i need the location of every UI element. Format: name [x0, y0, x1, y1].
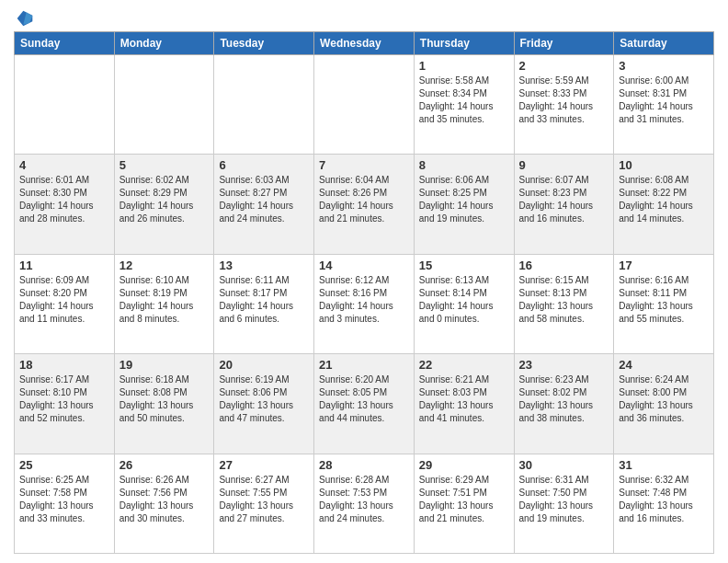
calendar-cell: 21Sunrise: 6:20 AM Sunset: 8:05 PM Dayli… — [314, 354, 415, 454]
day-info: Sunrise: 6:17 AM Sunset: 8:10 PM Dayligh… — [19, 373, 109, 425]
day-number: 17 — [619, 259, 709, 272]
day-info: Sunrise: 6:03 AM Sunset: 8:27 PM Dayligh… — [219, 174, 309, 225]
day-info: Sunrise: 6:02 AM Sunset: 8:29 PM Dayligh… — [119, 174, 210, 225]
logo-icon — [16, 9, 34, 28]
calendar-cell: 13Sunrise: 6:11 AM Sunset: 8:17 PM Dayli… — [214, 254, 314, 353]
calendar-cell: 16Sunrise: 6:15 AM Sunset: 8:13 PM Dayli… — [514, 254, 614, 353]
calendar-cell: 1Sunrise: 5:58 AM Sunset: 8:34 PM Daylig… — [414, 55, 514, 155]
calendar-header-monday: Monday — [114, 32, 214, 55]
day-info: Sunrise: 6:12 AM Sunset: 8:16 PM Dayligh… — [319, 274, 409, 326]
calendar-header-tuesday: Tuesday — [214, 32, 314, 55]
day-info: Sunrise: 6:11 AM Sunset: 8:17 PM Dayligh… — [219, 274, 309, 326]
week-row-3: 11Sunrise: 6:09 AM Sunset: 8:20 PM Dayli… — [15, 254, 714, 353]
calendar-cell — [314, 55, 415, 155]
day-number: 25 — [19, 458, 109, 472]
calendar-cell: 22Sunrise: 6:21 AM Sunset: 8:03 PM Dayli… — [414, 354, 514, 454]
header — [14, 9, 714, 24]
calendar-cell: 29Sunrise: 6:29 AM Sunset: 7:51 PM Dayli… — [414, 454, 514, 553]
week-row-2: 4Sunrise: 6:01 AM Sunset: 8:30 PM Daylig… — [15, 155, 714, 254]
calendar-cell: 8Sunrise: 6:06 AM Sunset: 8:25 PM Daylig… — [414, 155, 514, 254]
week-row-5: 25Sunrise: 6:25 AM Sunset: 7:58 PM Dayli… — [15, 454, 714, 553]
day-number: 24 — [619, 358, 709, 372]
day-info: Sunrise: 6:32 AM Sunset: 7:48 PM Dayligh… — [619, 474, 709, 525]
day-number: 30 — [519, 458, 609, 472]
day-number: 13 — [219, 259, 309, 272]
day-info: Sunrise: 6:25 AM Sunset: 7:58 PM Dayligh… — [19, 474, 109, 525]
calendar-cell: 10Sunrise: 6:08 AM Sunset: 8:22 PM Dayli… — [614, 155, 714, 254]
calendar-cell: 31Sunrise: 6:32 AM Sunset: 7:48 PM Dayli… — [614, 454, 714, 553]
day-number: 26 — [119, 458, 210, 472]
day-info: Sunrise: 6:28 AM Sunset: 7:53 PM Dayligh… — [319, 474, 409, 525]
calendar-cell: 25Sunrise: 6:25 AM Sunset: 7:58 PM Dayli… — [15, 454, 115, 553]
day-info: Sunrise: 6:31 AM Sunset: 7:50 PM Dayligh… — [519, 474, 609, 525]
day-info: Sunrise: 6:08 AM Sunset: 8:22 PM Dayligh… — [619, 174, 709, 225]
calendar-cell: 4Sunrise: 6:01 AM Sunset: 8:30 PM Daylig… — [15, 155, 115, 254]
day-number: 9 — [519, 158, 609, 172]
day-info: Sunrise: 5:59 AM Sunset: 8:33 PM Dayligh… — [519, 75, 609, 126]
day-info: Sunrise: 6:24 AM Sunset: 8:00 PM Dayligh… — [619, 373, 709, 425]
calendar-cell: 9Sunrise: 6:07 AM Sunset: 8:23 PM Daylig… — [514, 155, 614, 254]
calendar-cell: 28Sunrise: 6:28 AM Sunset: 7:53 PM Dayli… — [314, 454, 415, 553]
calendar-cell: 30Sunrise: 6:31 AM Sunset: 7:50 PM Dayli… — [514, 454, 614, 553]
day-number: 7 — [319, 158, 409, 172]
day-number: 3 — [619, 59, 709, 73]
calendar-header-saturday: Saturday — [614, 32, 714, 55]
day-number: 20 — [219, 358, 309, 372]
day-info: Sunrise: 6:23 AM Sunset: 8:02 PM Dayligh… — [519, 373, 609, 425]
day-number: 14 — [319, 259, 409, 272]
day-info: Sunrise: 6:18 AM Sunset: 8:08 PM Dayligh… — [119, 373, 210, 425]
day-number: 16 — [519, 259, 609, 272]
calendar-header-wednesday: Wednesday — [314, 32, 415, 55]
calendar-cell: 5Sunrise: 6:02 AM Sunset: 8:29 PM Daylig… — [114, 155, 214, 254]
day-info: Sunrise: 5:58 AM Sunset: 8:34 PM Dayligh… — [419, 75, 509, 126]
calendar-cell: 14Sunrise: 6:12 AM Sunset: 8:16 PM Dayli… — [314, 254, 415, 353]
calendar-cell: 3Sunrise: 6:00 AM Sunset: 8:31 PM Daylig… — [614, 55, 714, 155]
day-number: 12 — [119, 259, 210, 272]
calendar-cell: 23Sunrise: 6:23 AM Sunset: 8:02 PM Dayli… — [514, 354, 614, 454]
day-info: Sunrise: 6:15 AM Sunset: 8:13 PM Dayligh… — [519, 274, 609, 326]
day-number: 6 — [219, 158, 309, 172]
day-number: 22 — [419, 358, 509, 372]
day-info: Sunrise: 6:06 AM Sunset: 8:25 PM Dayligh… — [419, 174, 509, 225]
day-number: 4 — [19, 158, 109, 172]
day-number: 31 — [619, 458, 709, 472]
calendar-cell: 26Sunrise: 6:26 AM Sunset: 7:56 PM Dayli… — [114, 454, 214, 553]
calendar-header-friday: Friday — [514, 32, 614, 55]
page: SundayMondayTuesdayWednesdayThursdayFrid… — [0, 0, 728, 563]
day-info: Sunrise: 6:20 AM Sunset: 8:05 PM Dayligh… — [319, 373, 409, 425]
day-number: 10 — [619, 158, 709, 172]
day-info: Sunrise: 6:26 AM Sunset: 7:56 PM Dayligh… — [119, 474, 210, 525]
week-row-1: 1Sunrise: 5:58 AM Sunset: 8:34 PM Daylig… — [15, 55, 714, 155]
day-number: 28 — [319, 458, 409, 472]
day-info: Sunrise: 6:00 AM Sunset: 8:31 PM Dayligh… — [619, 75, 709, 126]
calendar-cell: 24Sunrise: 6:24 AM Sunset: 8:00 PM Dayli… — [614, 354, 714, 454]
day-info: Sunrise: 6:27 AM Sunset: 7:55 PM Dayligh… — [219, 474, 309, 525]
calendar-cell — [214, 55, 314, 155]
calendar-cell: 12Sunrise: 6:10 AM Sunset: 8:19 PM Dayli… — [114, 254, 214, 353]
day-number: 23 — [519, 358, 609, 372]
logo[interactable] — [14, 9, 34, 24]
day-info: Sunrise: 6:16 AM Sunset: 8:11 PM Dayligh… — [619, 274, 709, 326]
day-number: 8 — [419, 158, 509, 172]
day-number: 1 — [419, 59, 509, 73]
calendar-cell: 6Sunrise: 6:03 AM Sunset: 8:27 PM Daylig… — [214, 155, 314, 254]
day-number: 2 — [519, 59, 609, 73]
day-info: Sunrise: 6:19 AM Sunset: 8:06 PM Dayligh… — [219, 373, 309, 425]
day-number: 27 — [219, 458, 309, 472]
day-info: Sunrise: 6:10 AM Sunset: 8:19 PM Dayligh… — [119, 274, 210, 326]
calendar-header-sunday: Sunday — [15, 32, 115, 55]
day-info: Sunrise: 6:04 AM Sunset: 8:26 PM Dayligh… — [319, 174, 409, 225]
calendar-cell: 27Sunrise: 6:27 AM Sunset: 7:55 PM Dayli… — [214, 454, 314, 553]
day-info: Sunrise: 6:29 AM Sunset: 7:51 PM Dayligh… — [419, 474, 509, 525]
day-number: 15 — [419, 259, 509, 272]
calendar-cell: 2Sunrise: 5:59 AM Sunset: 8:33 PM Daylig… — [514, 55, 614, 155]
day-info: Sunrise: 6:07 AM Sunset: 8:23 PM Dayligh… — [519, 174, 609, 225]
day-info: Sunrise: 6:01 AM Sunset: 8:30 PM Dayligh… — [19, 174, 109, 225]
calendar-cell: 18Sunrise: 6:17 AM Sunset: 8:10 PM Dayli… — [15, 354, 115, 454]
calendar-cell: 11Sunrise: 6:09 AM Sunset: 8:20 PM Dayli… — [15, 254, 115, 353]
calendar-cell: 19Sunrise: 6:18 AM Sunset: 8:08 PM Dayli… — [114, 354, 214, 454]
calendar-header-row: SundayMondayTuesdayWednesdayThursdayFrid… — [15, 32, 714, 55]
calendar-cell: 17Sunrise: 6:16 AM Sunset: 8:11 PM Dayli… — [614, 254, 714, 353]
day-number: 29 — [419, 458, 509, 472]
calendar-header-thursday: Thursday — [414, 32, 514, 55]
